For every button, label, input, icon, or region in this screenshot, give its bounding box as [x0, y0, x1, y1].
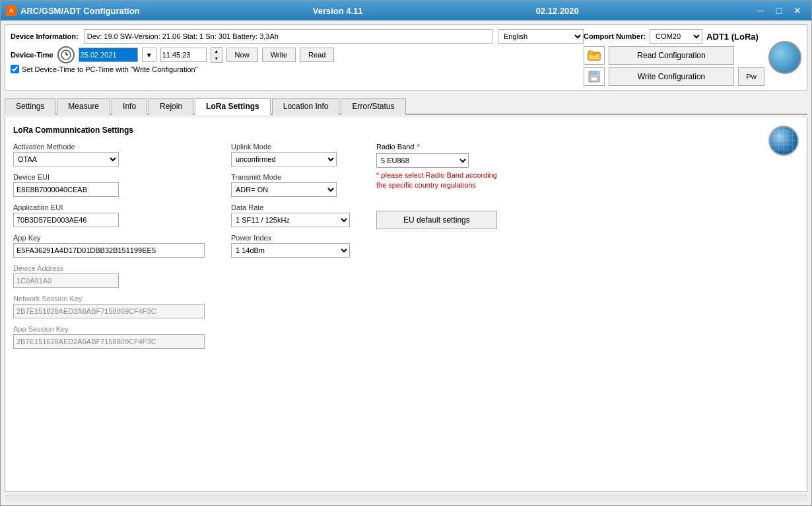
- title-bar: A ARC/GSM/ADT Configuration Version 4.11…: [1, 1, 811, 20]
- maximize-button[interactable]: □: [770, 4, 788, 17]
- spin-up-button[interactable]: ▲: [211, 48, 222, 55]
- network-session-key-group: Network Session Key: [13, 295, 205, 318]
- app-key-input[interactable]: [13, 243, 205, 258]
- application-eui-input[interactable]: [13, 213, 119, 227]
- bottom-scrollbar[interactable]: [5, 495, 807, 501]
- device-eui-label: Device EUI: [13, 173, 205, 181]
- left-section: Device Information: English Device-Time: [11, 29, 584, 73]
- activation-method-group: Activation Methode OTAA ABP: [13, 143, 205, 166]
- set-time-checkbox-row: Set Device-Time to PC-Time with "Write C…: [11, 65, 584, 73]
- power-index-label: Power Index: [231, 234, 350, 242]
- app-key-group: App Key: [13, 234, 205, 258]
- write-config-row: Write Configuration Pw: [584, 67, 764, 86]
- transmit-mode-group: Transmitt Mode ADR= ON ADR= OFF: [231, 173, 350, 197]
- clock-icon: [57, 46, 75, 63]
- power-index-group: Power Index 1 14dBm 2 11dBm 3 8dBm: [231, 234, 350, 258]
- application-eui-label: Application EUI: [13, 203, 205, 211]
- svg-rect-7: [592, 77, 597, 81]
- tab-info[interactable]: Info: [112, 98, 147, 115]
- window-controls: ─ □ ✕: [752, 4, 806, 17]
- tab-content-lora: LoRa Communnication Settings Activation …: [5, 118, 807, 492]
- date-label: 02.12.2020: [536, 6, 579, 16]
- tabs-bar: Settings Measure Info Rejoin LoRa Settin…: [5, 97, 807, 115]
- app-title: ARC/GSM/ADT Configuration: [20, 6, 140, 16]
- radio-band-required: *: [417, 143, 420, 151]
- title-bar-left: A ARC/GSM/ADT Configuration: [6, 5, 140, 16]
- radio-band-label-text: Radio Band: [376, 143, 415, 151]
- date-input[interactable]: [79, 48, 138, 62]
- radio-band-label-row: Radio Band *: [376, 143, 497, 151]
- app-key-label: App Key: [13, 234, 205, 242]
- read-config-button[interactable]: Read Configuration: [609, 46, 734, 65]
- write-config-button[interactable]: Write Configuration: [609, 67, 734, 86]
- app-session-key-label: App Session Key: [13, 325, 205, 333]
- network-session-key-label: Network Session Key: [13, 295, 205, 303]
- time-spinner: ▲ ▼: [211, 47, 222, 63]
- device-name-label: ADT1 (LoRa): [706, 32, 759, 42]
- read-time-button[interactable]: Read: [300, 48, 334, 62]
- spin-down-button[interactable]: ▼: [211, 55, 222, 62]
- pw-button[interactable]: Pw: [738, 67, 764, 86]
- device-address-input: [13, 273, 119, 288]
- device-address-group: Device Address: [13, 264, 205, 288]
- radio-band-warning: * please select Radio Band accordingthe …: [376, 170, 497, 191]
- lora-col-3: Radio Band * 5 EU868 1 EU433 2 CN779 3 E…: [376, 143, 497, 349]
- version-label: Version 4.11: [313, 6, 363, 16]
- uplink-mode-label: Uplink Mode: [231, 143, 350, 151]
- main-window: A ARC/GSM/ADT Configuration Version 4.11…: [0, 0, 812, 506]
- save-icon-button[interactable]: [584, 67, 605, 86]
- set-time-label: Set Device-Time to PC-Time with "Write C…: [22, 65, 198, 73]
- tab-error-status[interactable]: Error/Status: [341, 98, 405, 115]
- activation-method-select[interactable]: OTAA ABP: [13, 152, 119, 166]
- now-button[interactable]: Now: [226, 48, 258, 62]
- folder-icon-button[interactable]: [584, 46, 605, 65]
- device-eui-input[interactable]: [13, 182, 119, 197]
- lora-col-1: Activation Methode OTAA ABP Device EUI: [13, 143, 205, 349]
- app-session-key-input: [13, 334, 205, 349]
- data-rate-label: Data Rate: [231, 203, 350, 211]
- device-info-input[interactable]: [84, 29, 492, 44]
- app-session-key-group: App Session Key: [13, 325, 205, 349]
- right-section: Comport Number: COM20 ADT1 (LoRa): [584, 29, 801, 86]
- radio-band-section: Radio Band * 5 EU868 1 EU433 2 CN779 3 E…: [376, 143, 497, 191]
- tab-rejoin[interactable]: Rejoin: [149, 98, 193, 115]
- tab-measure[interactable]: Measure: [57, 98, 110, 115]
- network-session-key-input: [13, 304, 205, 318]
- minimize-button[interactable]: ─: [752, 4, 769, 17]
- read-config-row: Read Configuration: [584, 46, 764, 65]
- globe-small-icon: [768, 126, 799, 156]
- eu-default-button[interactable]: EU default settings: [376, 211, 497, 229]
- device-info-label: Device Information:: [11, 32, 79, 40]
- top-panel: Device Information: English Device-Time: [5, 24, 807, 90]
- comport-label: Comport Number:: [584, 32, 646, 40]
- main-content: Device Information: English Device-Time: [1, 20, 811, 505]
- uplink-mode-group: Uplink Mode unconfirmed confirmed: [231, 143, 350, 166]
- header-row: Device Information: English Device-Time: [11, 29, 801, 86]
- device-time-label: Device-Time: [11, 51, 53, 59]
- calendar-button[interactable]: ▼: [142, 48, 156, 62]
- globe-icon: [768, 41, 801, 74]
- write-time-button[interactable]: Write: [262, 48, 296, 62]
- language-select[interactable]: English: [498, 29, 584, 44]
- device-time-section: Device-Time ▼ ▲: [11, 46, 584, 63]
- uplink-mode-select[interactable]: unconfirmed confirmed: [231, 152, 337, 166]
- activation-method-label: Activation Methode: [13, 143, 205, 151]
- data-rate-select[interactable]: 1 SF11 / 125kHz 2 SF10 / 125kHz 3 SF9 / …: [231, 213, 350, 227]
- set-time-checkbox[interactable]: [11, 65, 19, 73]
- tab-settings[interactable]: Settings: [5, 98, 55, 115]
- device-eui-group: Device EUI: [13, 173, 205, 197]
- comport-row: Comport Number: COM20 ADT1 (LoRa): [584, 29, 764, 44]
- close-button[interactable]: ✕: [789, 4, 806, 17]
- device-address-label: Device Address: [13, 264, 205, 272]
- comport-select[interactable]: COM20: [650, 29, 702, 44]
- radio-band-select[interactable]: 5 EU868 1 EU433 2 CN779 3 EU868 4 US915 …: [376, 153, 469, 168]
- tab-lora-settings[interactable]: LoRa Settings: [195, 98, 271, 115]
- transmit-mode-select[interactable]: ADR= ON ADR= OFF: [231, 182, 337, 197]
- time-input[interactable]: [160, 48, 207, 62]
- lora-section-title: LoRa Communnication Settings: [13, 126, 497, 135]
- lora-col-2: Uplink Mode unconfirmed confirmed Transm…: [231, 143, 350, 349]
- lora-grid: Activation Methode OTAA ABP Device EUI: [13, 143, 497, 349]
- tab-location-info[interactable]: Location Info: [272, 98, 340, 115]
- read-write-section: Read Configuration: [584, 46, 764, 86]
- power-index-select[interactable]: 1 14dBm 2 11dBm 3 8dBm: [231, 243, 350, 258]
